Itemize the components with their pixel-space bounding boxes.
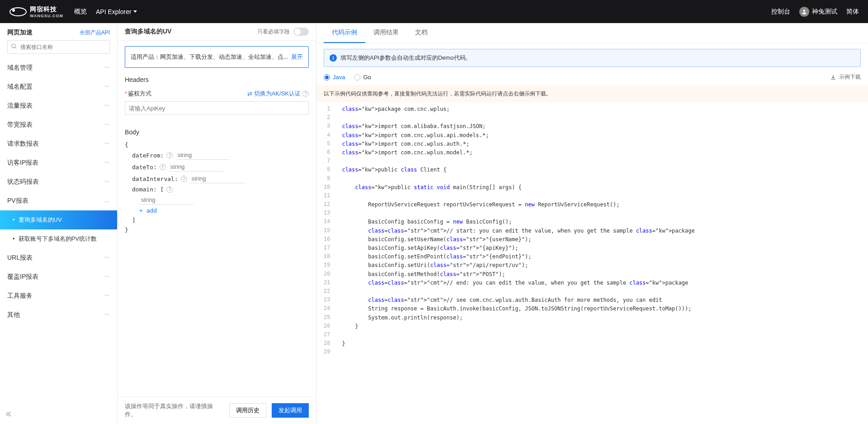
invoke-button[interactable]: 发起调用 <box>272 403 309 418</box>
domain-item-input[interactable] <box>139 195 193 205</box>
dateto-input[interactable] <box>169 162 223 172</box>
nav-label: 流量报表 <box>7 102 33 110</box>
result-tabs: 代码示例 调用结果 文档 <box>316 23 868 43</box>
products-text: 适用产品：网页加速、下载分发、动态加速、全站加速、点... <box>131 53 291 61</box>
all-products-api-link[interactable]: 全部产品API <box>80 29 110 37</box>
line-gutter: 1234567891011121314151617181920212223242… <box>316 102 335 424</box>
nav-item[interactable]: 状态码报表﹀ <box>0 172 117 191</box>
nav-item[interactable]: URL报表﹀ <box>0 248 117 267</box>
swap-icon: ⇄ <box>247 91 252 97</box>
nav-label: 域名配置 <box>7 83 33 91</box>
chevron-down-icon: ﹀ <box>104 292 110 300</box>
headers-section-title: Headers <box>118 73 316 86</box>
datefrom-input[interactable] <box>175 151 230 160</box>
chevron-down-icon: ﹀ <box>104 159 110 167</box>
tab-result[interactable]: 调用结果 <box>365 23 407 43</box>
toggle-label: 只看必填字段 <box>257 28 290 36</box>
chevron-down-icon: ﹀ <box>104 311 110 319</box>
apikey-input[interactable] <box>125 101 309 115</box>
params-header: 查询多域名的UV 只看必填字段 <box>118 23 316 41</box>
info-icon: i <box>330 54 337 62</box>
help-icon[interactable]: ? <box>302 91 309 97</box>
svg-point-0 <box>10 8 26 16</box>
search-icon <box>11 43 17 51</box>
tab-doc[interactable]: 文档 <box>407 23 436 43</box>
call-history-button[interactable]: 调用历史 <box>229 403 266 418</box>
api-title: 查询多域名的UV <box>125 28 171 36</box>
nav-label: 工具服务 <box>7 292 33 300</box>
nav-label: 访客IP报表 <box>7 159 38 167</box>
sidebar-title: 网页加速 <box>7 29 33 37</box>
download-label: 示例下载 <box>839 73 861 81</box>
chevron-up-icon: ︿ <box>104 197 110 205</box>
switch-icon <box>293 28 309 36</box>
nav-label: 其他 <box>7 311 20 319</box>
switch-auth-label: 切换为AK/SK认证 <box>254 90 301 98</box>
help-icon[interactable]: ? <box>166 152 173 158</box>
nav-item[interactable]: 工具服务﹀ <box>0 286 117 305</box>
sidebar-subitem[interactable]: 获取账号下多域名的PV统计数 <box>0 229 117 248</box>
nav-label: 请求数报表 <box>7 140 39 148</box>
nav-item[interactable]: 访客IP报表﹀ <box>0 153 117 172</box>
nav-label: 带宽报表 <box>7 121 33 129</box>
nav-item[interactable]: 其他﹀ <box>0 305 117 324</box>
param-key: domain: [ <box>132 186 164 193</box>
add-button[interactable]: + add <box>139 207 157 214</box>
nav-label: 覆盖IP报表 <box>7 273 38 281</box>
nav-api-label: API Explorer <box>96 8 132 15</box>
radio-go[interactable]: Go <box>354 74 371 81</box>
lang-row: Java Go 示例下载 <box>316 71 868 86</box>
sidebar-subitem[interactable]: 查询多域名的UV <box>0 210 117 229</box>
chevron-down-icon: ﹀ <box>104 140 110 148</box>
nav-item-pv[interactable]: PV报表 ︿ <box>0 191 117 210</box>
applicable-products-box: 适用产品：网页加速、下载分发、动态加速、全站加速、点... 展开 <box>125 46 309 68</box>
switch-auth-link[interactable]: ⇄ 切换为AK/SK认证 ? <box>247 90 309 98</box>
body-form: { dateFrom: ? dateTo: ? dataInterval: <box>118 141 316 243</box>
code-area[interactable]: 1234567891011121314151617181920212223242… <box>316 102 868 424</box>
help-icon[interactable]: ? <box>181 176 187 182</box>
expand-link[interactable]: 展开 <box>291 53 303 61</box>
help-icon[interactable]: ? <box>160 164 166 170</box>
nav-overview[interactable]: 概览 <box>74 8 87 16</box>
params-panel: 查询多域名的UV 只看必填字段 适用产品：网页加速、下载分发、动态加速、全站加速… <box>118 23 316 424</box>
nav-item[interactable]: 域名配置﹀ <box>0 77 117 96</box>
download-sample-link[interactable]: 示例下载 <box>830 73 861 81</box>
pv-sublist: 查询多域名的UV获取账号下多域名的PV统计数 <box>0 210 117 248</box>
nav-item[interactable]: 覆盖IP报表﹀ <box>0 267 117 286</box>
code-content: class="kw">package com.cnc.wplus; class=… <box>335 102 702 424</box>
radio-icon <box>354 74 360 81</box>
nav-api-explorer[interactable]: API Explorer <box>96 8 137 15</box>
logo-subtext: WANGSU.COM <box>30 14 63 18</box>
chevron-down-icon: ﹀ <box>104 64 110 72</box>
user-menu[interactable]: 神兔测试 <box>799 7 837 17</box>
lang-switch[interactable]: 简体 <box>846 8 859 16</box>
radio-java[interactable]: Java <box>324 74 345 81</box>
nav-label: PV报表 <box>7 197 28 205</box>
search-input[interactable] <box>7 40 110 54</box>
logo[interactable]: 网宿科技 WANGSU.COM <box>9 5 63 18</box>
nav-item[interactable]: 流量报表﹀ <box>0 96 117 115</box>
param-key: dataInterval: <box>132 176 178 182</box>
tab-code[interactable]: 代码示例 <box>324 23 365 43</box>
chevron-down-icon: ﹀ <box>104 102 110 110</box>
body-section-title: Body <box>118 126 316 138</box>
console-link[interactable]: 控制台 <box>771 8 790 16</box>
search-box <box>7 40 110 54</box>
nav-item[interactable]: 带宽报表﹀ <box>0 115 117 134</box>
help-icon[interactable]: ? <box>166 186 173 193</box>
result-panel: 代码示例 调用结果 文档 i 填写左侧的API参数会自动生成对应的Demo代码。… <box>316 23 868 424</box>
required-only-toggle[interactable]: 只看必填字段 <box>257 28 309 36</box>
lang-radios: Java Go <box>324 74 371 81</box>
datainterval-input[interactable] <box>190 174 244 183</box>
nav-item[interactable]: 域名管理﹀ <box>0 58 117 77</box>
nav-label: 状态码报表 <box>7 178 39 186</box>
auth-label: 鉴权方式 <box>125 90 156 98</box>
collapse-sidebar-button[interactable] <box>5 410 12 419</box>
sidebar-header: 网页加速 全部产品API <box>0 23 117 40</box>
svg-point-2 <box>803 10 806 12</box>
logo-icon <box>9 6 27 18</box>
logo-text: 网宿科技 <box>30 5 63 14</box>
nav-label: 域名管理 <box>7 64 33 72</box>
nav-item[interactable]: 请求数报表﹀ <box>0 134 117 153</box>
headers-form: 鉴权方式 ⇄ 切换为AK/SK认证 ? <box>118 90 316 126</box>
